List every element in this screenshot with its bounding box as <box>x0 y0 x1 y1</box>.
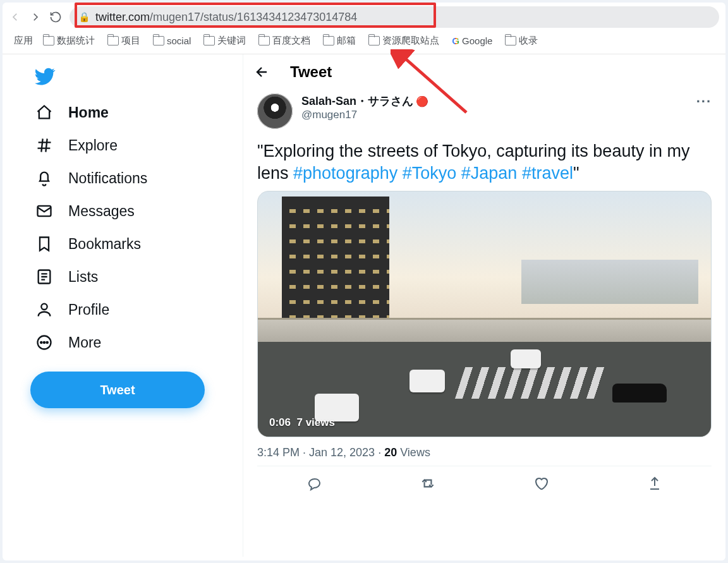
sidebar-item-more[interactable]: More <box>30 326 236 359</box>
sidebar-item-bookmarks[interactable]: Bookmarks <box>30 227 236 260</box>
folder-icon <box>43 36 54 45</box>
folder-icon <box>107 36 119 45</box>
tweet-text: "Exploring the streets of Tokyo, capturi… <box>257 140 712 185</box>
bm-folder[interactable]: 关键词 <box>200 33 250 49</box>
svg-point-4 <box>40 342 42 343</box>
tweet-media[interactable]: 0:06 7 views <box>257 191 712 437</box>
bm-folder[interactable]: social <box>149 33 195 48</box>
hashtag-link[interactable]: #Tokyo <box>403 164 457 183</box>
lock-icon: 🔒 <box>78 11 90 23</box>
bm-folder[interactable]: 收录 <box>501 33 542 49</box>
like-icon[interactable] <box>533 475 549 492</box>
tweet-meta: 3:14 PM · Jan 12, 2023 · 20 Views <box>257 446 712 459</box>
hashtag-link[interactable]: #travel <box>522 164 573 183</box>
folder-icon <box>368 36 380 45</box>
author-name[interactable]: Salah-San・サラさん <box>301 95 413 107</box>
lists-icon <box>35 268 53 286</box>
media-overlay: 0:06 7 views <box>269 416 335 429</box>
address-bar[interactable]: 🔒 twitter.com/mugen17/status/16134341234… <box>70 6 719 28</box>
nav-forward-icon[interactable] <box>29 11 42 23</box>
back-icon[interactable] <box>255 64 271 80</box>
svg-point-6 <box>47 342 48 343</box>
profile-icon <box>35 301 53 318</box>
sidebar-item-home[interactable]: Home <box>30 96 236 129</box>
folder-icon <box>258 36 270 45</box>
folder-icon <box>203 36 215 45</box>
svg-point-2 <box>41 304 47 310</box>
folder-icon <box>505 36 516 45</box>
sidebar-item-lists[interactable]: Lists <box>30 260 236 293</box>
sidebar: Home Explore Notifications Messages Book… <box>3 54 243 557</box>
bell-icon <box>35 169 53 187</box>
envelope-icon <box>35 202 53 220</box>
folder-icon <box>153 36 164 45</box>
url-host: twitter.com <box>95 11 150 24</box>
folder-icon <box>323 36 334 45</box>
bm-folder[interactable]: 邮箱 <box>319 33 360 49</box>
home-icon <box>35 104 53 121</box>
hashtag-link[interactable]: #Japan <box>461 164 518 183</box>
hashtag-link[interactable]: #photography <box>293 164 397 183</box>
bookmark-icon <box>35 235 53 253</box>
svg-point-5 <box>44 342 45 343</box>
sidebar-item-notifications[interactable]: Notifications <box>30 162 236 195</box>
reload-icon[interactable] <box>49 11 62 23</box>
sidebar-item-messages[interactable]: Messages <box>30 195 236 227</box>
avatar[interactable] <box>257 94 293 129</box>
nav-back-icon[interactable] <box>9 11 21 23</box>
flag-icon: 🔴 <box>416 96 428 107</box>
reply-icon[interactable] <box>306 475 322 492</box>
apps-label[interactable]: 应用 <box>14 35 33 47</box>
sidebar-item-explore[interactable]: Explore <box>30 129 236 162</box>
bm-folder[interactable]: 百度文档 <box>255 33 314 49</box>
bookmarks-bar: 应用 数据统计 项目 social 关键词 百度文档 邮箱 资源爬取站点 GGo… <box>3 30 725 54</box>
twitter-logo-icon[interactable] <box>34 66 236 87</box>
retweet-icon[interactable] <box>420 475 436 492</box>
author-handle[interactable]: @mugen17 <box>301 109 428 121</box>
bm-folder[interactable]: 数据统计 <box>39 33 99 49</box>
explore-icon <box>35 136 53 154</box>
more-icon <box>35 334 53 351</box>
page-title: Tweet <box>290 63 332 81</box>
google-icon: G <box>452 35 459 46</box>
bm-folder[interactable]: 项目 <box>104 33 144 49</box>
tweet-more-icon[interactable]: ··· <box>696 94 712 110</box>
url-path: /mugen17/status/1613434123473014784 <box>150 11 357 24</box>
share-icon[interactable] <box>646 475 663 492</box>
tweet-button[interactable]: Tweet <box>30 372 205 408</box>
sidebar-item-profile[interactable]: Profile <box>30 293 236 326</box>
bm-folder[interactable]: 资源爬取站点 <box>365 33 443 49</box>
bm-google[interactable]: GGoogle <box>448 33 496 48</box>
